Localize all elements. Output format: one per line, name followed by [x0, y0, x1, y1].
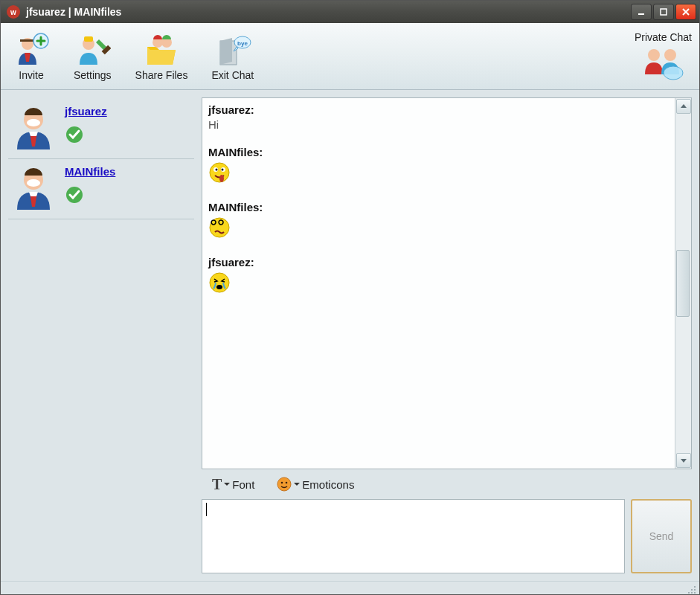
- svg-point-14: [664, 49, 676, 61]
- svg-point-13: [648, 49, 660, 61]
- avatar-icon: [11, 165, 56, 210]
- message-sender: MAINfiles: [208, 146, 259, 158]
- main-panel: jfsuarez: Hi MAINfiles:: [202, 90, 699, 581]
- resize-grip-icon[interactable]: [686, 584, 696, 594]
- user-item: MAINfiles: [8, 159, 194, 219]
- send-label: Send: [649, 530, 674, 542]
- maximize-button[interactable]: [653, 4, 674, 20]
- app-icon: w: [7, 5, 20, 19]
- user-item: jfsuarez: [8, 99, 194, 159]
- svg-rect-3: [20, 39, 35, 42]
- svg-point-38: [691, 592, 693, 594]
- send-button[interactable]: Send: [631, 499, 692, 573]
- chevron-down-icon: [293, 480, 301, 488]
- chat-history: jfsuarez: Hi MAINfiles:: [202, 98, 675, 469]
- message-sender: MAINfiles: [208, 201, 259, 213]
- svg-point-32: [281, 482, 283, 484]
- svg-point-29: [210, 273, 229, 292]
- message-text: Hi: [208, 118, 219, 131]
- scroll-thumb[interactable]: [676, 250, 690, 317]
- chat-message: jfsuarez: Hi: [208, 103, 669, 132]
- user-list: jfsuarez: [1, 90, 202, 581]
- font-icon: T: [212, 476, 222, 493]
- message-sender: jfsuarez: [208, 103, 251, 116]
- status-online-icon: [65, 125, 107, 144]
- svg-point-35: [691, 589, 693, 591]
- private-chat-label: Private Chat: [635, 31, 692, 43]
- window-title: jfsuarez | MAINfiles: [26, 6, 631, 18]
- body: jfsuarez: [1, 90, 699, 581]
- window-controls: [631, 4, 696, 20]
- avatar-icon: [11, 105, 56, 149]
- toolbar: Invite Settings: [1, 23, 699, 90]
- settings-button[interactable]: Settings: [69, 30, 116, 83]
- user-info: MAINfiles: [65, 165, 115, 210]
- compose-row: Send: [202, 499, 692, 573]
- message-sender: jfsuarez: [208, 256, 251, 268]
- private-chat-icon: [640, 45, 685, 82]
- chevron-down-icon: [223, 480, 231, 488]
- chat-window: w jfsuarez | MAINfiles: [0, 0, 700, 595]
- share-files-button[interactable]: Share Files: [131, 30, 193, 83]
- user-info: jfsuarez: [65, 105, 107, 149]
- silly-tongue-emoji-icon: [208, 161, 231, 184]
- svg-rect-1: [661, 9, 667, 15]
- private-chat-indicator: Private Chat: [635, 31, 692, 82]
- settings-label: Settings: [74, 69, 112, 81]
- svg-point-36: [694, 589, 696, 591]
- chat-message: MAINfiles:: [208, 200, 669, 242]
- scroll-up-button[interactable]: [676, 99, 691, 114]
- crying-emoji-icon: [208, 271, 231, 294]
- svg-point-24: [216, 168, 218, 170]
- exit-chat-button[interactable]: bye Exit Chat: [207, 30, 258, 83]
- svg-point-22: [210, 163, 229, 182]
- share-files-label: Share Files: [135, 69, 188, 81]
- username-link[interactable]: jfsuarez: [65, 105, 107, 118]
- svg-point-31: [277, 477, 291, 491]
- svg-point-20: [27, 179, 40, 187]
- invite-button[interactable]: Invite: [8, 30, 54, 83]
- statusbar: [1, 581, 699, 594]
- chat-message: jfsuarez:: [208, 255, 669, 297]
- svg-text:bye: bye: [237, 40, 248, 47]
- svg-point-26: [222, 168, 224, 170]
- svg-point-37: [688, 592, 690, 594]
- minimize-button[interactable]: [631, 4, 652, 20]
- confused-emoji-icon: [208, 216, 231, 239]
- titlebar: w jfsuarez | MAINfiles: [1, 1, 699, 23]
- chat-message: MAINfiles:: [208, 145, 669, 187]
- exit-chat-label: Exit Chat: [211, 69, 254, 81]
- settings-icon: [74, 32, 111, 68]
- svg-point-39: [694, 592, 696, 594]
- emoticon-icon: [277, 477, 292, 492]
- font-label: Font: [232, 478, 254, 491]
- invite-icon: [13, 32, 50, 68]
- emoticons-label: Emoticons: [302, 478, 354, 491]
- format-bar: T Font: [202, 469, 692, 499]
- svg-point-30: [216, 285, 222, 289]
- invite-label: Invite: [19, 69, 43, 81]
- svg-point-17: [27, 119, 40, 126]
- svg-point-27: [219, 175, 224, 182]
- message-input[interactable]: [202, 499, 625, 573]
- scroll-track[interactable]: [675, 115, 691, 452]
- svg-point-34: [694, 586, 696, 588]
- username-link[interactable]: MAINfiles: [65, 165, 115, 178]
- svg-rect-0: [638, 13, 644, 15]
- exit-chat-icon: bye: [214, 32, 251, 68]
- svg-point-15: [664, 66, 683, 80]
- chat-scrollbar[interactable]: [675, 98, 691, 469]
- chat-history-wrap: jfsuarez: Hi MAINfiles:: [202, 97, 692, 469]
- share-files-icon: [143, 32, 180, 68]
- font-dropdown[interactable]: T Font: [212, 476, 254, 493]
- svg-point-33: [286, 482, 288, 484]
- emoticons-dropdown[interactable]: Emoticons: [277, 477, 354, 492]
- scroll-down-button[interactable]: [676, 453, 691, 468]
- svg-rect-6: [84, 36, 93, 42]
- status-online-icon: [65, 185, 115, 205]
- close-button[interactable]: [675, 4, 696, 20]
